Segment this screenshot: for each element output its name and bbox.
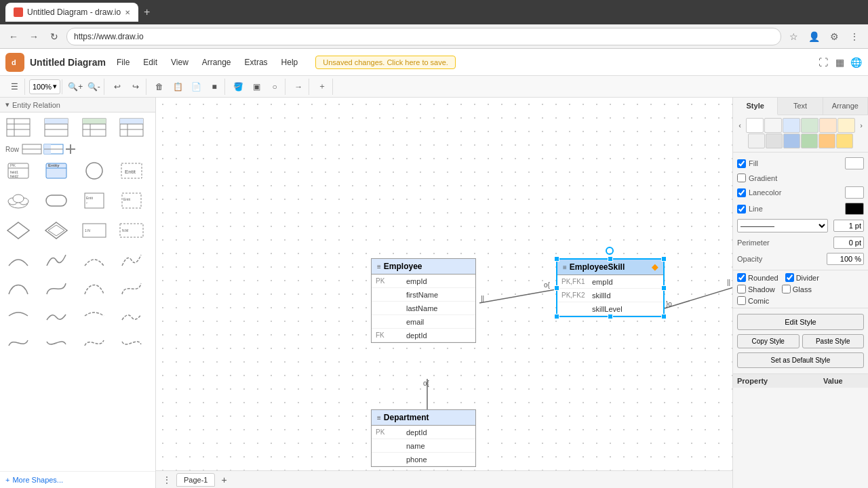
gradient-checkbox[interactable] xyxy=(737,174,746,182)
shape-text-entity[interactable]: Entit xyxy=(116,159,147,183)
insert-btn[interactable]: ＋ xyxy=(313,79,331,95)
menu-file[interactable]: File xyxy=(111,56,135,69)
curve-1[interactable] xyxy=(3,248,34,272)
line-color-box[interactable] xyxy=(845,203,864,215)
copy-style-btn[interactable]: 📋 xyxy=(169,79,186,95)
glass-checkbox[interactable] xyxy=(782,285,791,293)
globe-icon[interactable]: 🌐 xyxy=(849,56,863,69)
border-btn[interactable]: ▣ xyxy=(248,79,265,95)
copy-style-button[interactable]: Copy Style xyxy=(737,334,800,348)
zoom-out-btn[interactable]: 🔍- xyxy=(85,79,102,95)
line-pt-input[interactable] xyxy=(833,220,864,232)
line-checkbox[interactable] xyxy=(737,205,746,214)
fill-color-box[interactable] xyxy=(845,157,864,169)
fullscreen-icon[interactable]: ⛶ xyxy=(816,56,830,69)
swatch-white[interactable] xyxy=(746,118,764,133)
profile-icon[interactable]: 👤 xyxy=(806,28,822,45)
fill-checkbox[interactable] xyxy=(737,159,746,168)
menu-view[interactable]: View xyxy=(165,56,194,69)
opacity-input[interactable] xyxy=(827,253,864,265)
curve-7[interactable] xyxy=(79,277,110,301)
divider-label[interactable]: Divider xyxy=(785,273,819,282)
curve-10[interactable] xyxy=(41,304,72,328)
comic-label-wrap[interactable]: Comic xyxy=(737,296,769,305)
panel-section-title[interactable]: ▾ Entity Relation xyxy=(0,98,155,113)
swatch-lightblue[interactable] xyxy=(783,118,800,133)
tab-close-button[interactable]: ✕ xyxy=(125,9,130,16)
shadow-label-wrap[interactable]: Shadow xyxy=(737,285,775,293)
shape-er-rel-2[interactable]: N:M xyxy=(116,218,147,243)
swatch-green2[interactable] xyxy=(801,134,818,148)
new-tab-button[interactable]: + xyxy=(144,6,150,18)
rounded-checkbox[interactable] xyxy=(737,273,746,282)
line-style-select[interactable]: ————— - - - - · · · · xyxy=(737,219,828,232)
curve-3[interactable] xyxy=(79,248,110,272)
forward-button[interactable]: → xyxy=(26,28,42,45)
menu-arrange[interactable]: Arrange xyxy=(197,56,237,69)
extensions-icon[interactable]: ⚙ xyxy=(826,28,842,45)
swatch-lightyellow[interactable] xyxy=(837,118,855,133)
paste-style-button[interactable]: Paste Style xyxy=(802,334,865,348)
paste-style-btn[interactable]: 📄 xyxy=(187,79,205,95)
divider-checkbox[interactable] xyxy=(785,273,794,282)
employee-skill-table[interactable]: ≡ EmployeeSkill ◆ PK,FK1 empId PK,FK2 sk… xyxy=(556,258,665,317)
shape-table-3[interactable] xyxy=(79,115,110,140)
add-page-button[interactable]: + xyxy=(216,472,231,487)
edit-style-button[interactable]: Edit Style xyxy=(737,314,864,330)
shape-er-2[interactable]: Entity xyxy=(41,159,72,183)
page-options-icon[interactable]: ⋮ xyxy=(159,472,175,487)
default-style-button[interactable]: Set as Default Style xyxy=(737,352,864,368)
shape-diamond-2[interactable] xyxy=(41,218,72,243)
shape-table-1[interactable] xyxy=(3,115,34,140)
swatch-lightorange[interactable] xyxy=(819,118,837,133)
swatch-gray1[interactable] xyxy=(748,134,765,148)
shadow-checkbox[interactable] xyxy=(737,285,746,293)
menu-icon[interactable]: ⋮ xyxy=(846,28,863,45)
rotate-handle[interactable] xyxy=(606,247,614,255)
swatch-blue2[interactable] xyxy=(783,134,800,148)
canvas[interactable]: || o{ }o || o{ || ≡ E xyxy=(156,98,732,488)
shape-cloud[interactable] xyxy=(3,188,34,213)
curve-11[interactable] xyxy=(79,304,110,328)
curve-5[interactable] xyxy=(3,277,34,301)
shape-entity-small-1[interactable]: Entity xyxy=(79,188,110,213)
swatch-lightgray[interactable] xyxy=(764,118,782,133)
curve-9[interactable] xyxy=(3,304,34,328)
curve-16[interactable] xyxy=(116,331,147,355)
department-table[interactable]: ≡ Department PK deptId name phone xyxy=(371,409,476,467)
sidebar-toggle-btn[interactable]: ☰ xyxy=(5,79,23,95)
redo-btn[interactable]: ↪ xyxy=(127,79,144,95)
save-notice[interactable]: Unsaved changes. Click here to save. xyxy=(315,56,456,69)
delete-btn[interactable]: 🗑 xyxy=(151,79,168,95)
shape-er-rel-1[interactable]: 1:N xyxy=(79,218,110,243)
curve-12[interactable] xyxy=(116,304,147,328)
zoom-dropdown-icon[interactable]: ▾ xyxy=(53,82,57,91)
connector-btn[interactable]: → xyxy=(290,79,307,95)
lanecolor-checkbox[interactable] xyxy=(737,188,746,197)
employee-table[interactable]: ≡ Employee PK empId firstName lastName xyxy=(371,258,476,343)
perimeter-pt-input[interactable] xyxy=(833,237,864,249)
undo-btn[interactable]: ↩ xyxy=(108,79,126,95)
fill-btn[interactable]: 🪣 xyxy=(229,79,247,95)
swatch-gray2[interactable] xyxy=(766,134,783,148)
menu-extras[interactable]: Extras xyxy=(239,56,273,69)
curve-6[interactable] xyxy=(41,277,72,301)
shape-circle[interactable] xyxy=(79,159,110,183)
swatch-yellow2[interactable] xyxy=(836,134,853,148)
format-icon[interactable]: ▦ xyxy=(833,56,846,69)
shape-btn[interactable]: ○ xyxy=(266,79,283,95)
page-tab-1[interactable]: Page-1 xyxy=(176,473,215,487)
zoom-control[interactable]: 100% ▾ xyxy=(29,79,60,94)
more-shapes-button[interactable]: + More Shapes... xyxy=(0,471,155,488)
bookmark-icon[interactable]: ☆ xyxy=(785,28,802,45)
curve-15[interactable] xyxy=(79,331,110,355)
curve-4[interactable] xyxy=(116,248,147,272)
menu-edit[interactable]: Edit xyxy=(138,56,163,69)
curve-2[interactable] xyxy=(41,248,72,272)
shape-er-1[interactable]: PKfield1field2 xyxy=(3,159,34,183)
shape-table-2[interactable] xyxy=(41,115,72,140)
curve-8[interactable] xyxy=(116,277,147,301)
shape-table-4[interactable] xyxy=(116,115,147,140)
tab-style[interactable]: Style xyxy=(733,98,778,115)
swatch-prev[interactable]: ‹ xyxy=(734,118,745,133)
